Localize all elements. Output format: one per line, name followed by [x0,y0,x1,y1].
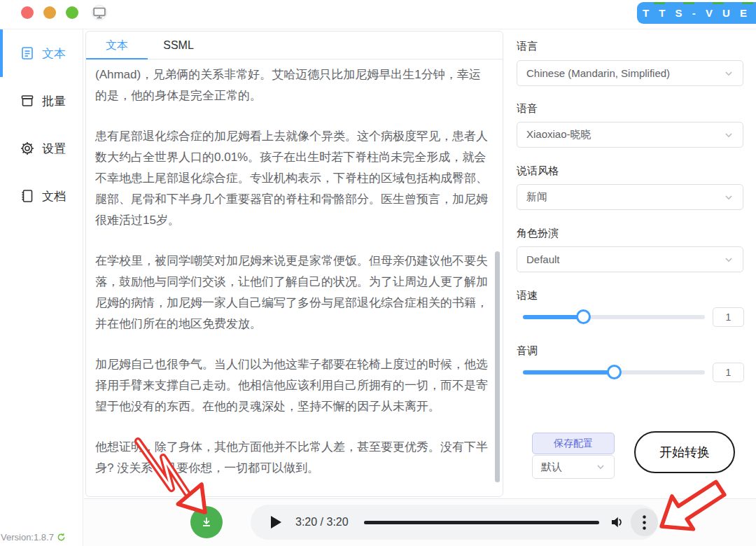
chevron-down-icon [724,192,734,202]
time-display: 3:20 / 3:20 [295,516,349,528]
minimize-button[interactable] [43,6,56,19]
language-select[interactable]: Chinese (Mandarin, Simplified) [517,60,743,86]
chevron-down-icon [724,130,734,140]
voice-label: 语音 [517,102,538,115]
text-paragraph: 加尼姆自己也很争气。当人们以为他这辈子都要在轮椅上度过的时候，他选择用手臂来支撑… [95,354,491,417]
close-button[interactable] [21,6,34,19]
role-play-select[interactable]: Default [517,246,743,272]
chevron-down-icon [724,69,734,78]
batch-box-icon [20,94,34,108]
sidebar-item-settings[interactable]: 设置 [0,125,83,172]
speed-slider[interactable] [523,315,705,319]
monitor-pin-icon [92,6,106,20]
kebab-menu-icon [643,515,646,530]
gear-icon [20,141,34,155]
play-icon[interactable] [271,516,281,528]
download-audio-button[interactable] [190,506,223,538]
pitch-slider-fill [523,370,614,374]
speed-label: 语速 [517,289,538,302]
start-convert-button[interactable]: 开始转换 [634,431,735,473]
sidebar-item-docs[interactable]: 文档 [0,172,83,220]
language-label: 语言 [517,40,538,53]
pin-to-desktop-button[interactable] [92,5,107,20]
notebook-icon [20,189,34,203]
version-label: Version:1.8.7 [1,532,54,542]
text-paragraph: (Ahmad)，兄弟俩的关系非常好。艾哈迈德只比加尼姆早出生1分钟，幸运的是，他… [95,64,491,106]
text-paragraph: 他想证明，除了身体，其他方面他并不比常人差，甚至要更优秀。没有下半身? 没关系，… [95,437,491,479]
preset-select[interactable]: 默认 [532,455,615,479]
document-icon [20,46,34,60]
speed-slider-fill [523,315,583,319]
audio-player: 3:20 / 3:20 [251,505,658,540]
settings-panel: 语言 Chinese (Mandarin, Simplified) 语音 Xia… [511,29,749,497]
sidebar-nav: 文本 批量 设置 文档 Version:1 [0,29,83,546]
speak-style-select[interactable]: 新闻 [517,184,743,210]
pitch-value-input[interactable]: 1 [713,363,744,382]
download-icon [200,515,214,529]
text-paragraph: 在学校里，被同学嘲笑对加尼姆来说更是家常便饭。但母亲仍建议他不要失落，鼓励他与同… [95,251,491,335]
sidebar-item-label: 设置 [42,141,66,157]
app-logo: T T S - V U E [637,2,756,24]
tab-ssml[interactable]: SSML [148,31,209,59]
save-config-button[interactable]: 保存配置 [532,433,615,454]
maximize-button[interactable] [66,6,78,19]
tab-text[interactable]: 文本 [86,31,148,59]
preset-value: 默认 [541,461,562,474]
speed-slider-handle[interactable] [576,309,591,324]
sidebar-item-label: 文本 [42,46,66,62]
voice-select[interactable]: Xiaoxiao-晓晓 [517,122,743,148]
sidebar-item-label: 批量 [42,93,66,109]
volume-icon[interactable] [610,514,625,530]
pitch-slider-handle[interactable] [607,365,622,379]
sidebar-item-batch[interactable]: 批量 [0,77,83,125]
text-scrollbar[interactable] [495,251,500,482]
speak-style-value: 新闻 [526,190,547,204]
editor-panel: 文本 SSML (Ahmad)，兄弟俩的关系非常好。艾哈迈德只比加尼姆早出生1分… [85,31,503,497]
chevron-down-icon [724,255,734,265]
version-info: Version:1.8.7 [1,532,66,542]
player-menu-button[interactable] [631,508,658,536]
chevron-down-icon [596,462,606,472]
editor-tabbar: 文本 SSML [86,31,503,59]
text-paragraph: 患有尾部退化综合症的加尼姆看上去就像个异类。这个病极度罕见，患者人数大约占全世界… [95,126,491,231]
pitch-label: 音调 [517,344,538,358]
progress-fill [364,521,600,524]
refresh-icon[interactable] [57,533,66,542]
sidebar-item-text[interactable]: 文本 [0,29,83,77]
speed-value-input[interactable]: 1 [713,307,744,327]
sidebar-item-label: 文档 [42,188,66,204]
text-input-area[interactable]: (Ahmad)，兄弟俩的关系非常好。艾哈迈德只比加尼姆早出生1分钟，幸运的是，他… [86,59,503,497]
player-bar: 3:20 / 3:20 [84,498,756,546]
title-bar: T T S - V U E [0,0,756,29]
progress-bar[interactable] [364,521,600,524]
role-play-value: Default [526,253,560,265]
pitch-slider[interactable] [523,370,705,374]
speak-style-label: 说话风格 [517,164,559,178]
language-value: Chinese (Mandarin, Simplified) [526,67,670,79]
role-play-label: 角色扮演 [517,227,559,240]
voice-value: Xiaoxiao-晓晓 [526,128,592,141]
app-window: T T S - V U E 文本 批量 设置 [0,0,756,546]
